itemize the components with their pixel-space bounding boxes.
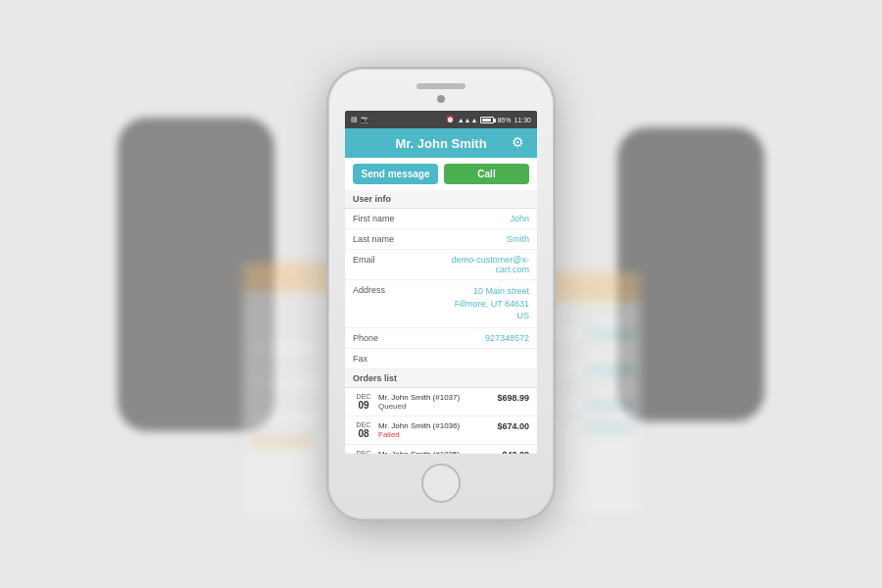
order-status: Failed [378, 430, 493, 439]
email-value: demo-customer@x-cart.com [421, 255, 529, 274]
lastname-value: Smith [507, 234, 529, 244]
order-info: Mr. John Smith (#1037) Queued [378, 393, 493, 411]
email-row: Email demo-customer@x-cart.com [345, 250, 537, 280]
wifi-icon: ▲▲▲ [458, 117, 478, 123]
fax-label: Fax [353, 354, 407, 364]
home-button[interactable] [421, 464, 461, 503]
order-month: DEC [357, 421, 371, 428]
order-item[interactable]: DEC 09 Mr. John Smith (#1037) Queued $69… [345, 388, 537, 416]
order-date: DEC 09 [353, 393, 374, 411]
time-display: 11:30 [514, 117, 531, 123]
order-month: DEC [357, 393, 371, 400]
status-bar-right: ⏰ ▲▲▲ 86% 11:30 [446, 116, 531, 123]
firstname-label: First name [353, 214, 407, 223]
alarm-icon: ⏰ [446, 116, 455, 123]
order-day: 08 [358, 428, 368, 439]
notification-icon: 📷 [361, 116, 369, 123]
order-info: Mr. John Smith (#1036) Failed [378, 421, 493, 439]
address-row: Address 10 Main streetFillmore, UT 84631… [345, 280, 537, 328]
phone-camera [437, 95, 445, 103]
order-info: Mr. John Smith (#1035) Processed [378, 450, 498, 454]
battery-percent: 86% [497, 117, 511, 123]
order-item[interactable]: DEC 08 Mr. John Smith (#1036) Failed $67… [345, 416, 537, 445]
phone-row: Phone 927348572 [345, 328, 537, 349]
order-day: 09 [358, 400, 368, 411]
settings-button[interactable]: ⚙ [512, 134, 529, 152]
orders-container: DEC 09 Mr. John Smith (#1037) Queued $69… [345, 388, 537, 454]
phone-speaker [416, 83, 466, 89]
status-bar-left: ▤ 📷 [351, 116, 369, 123]
orders-list-section-header: Orders list [345, 369, 537, 388]
user-info-section-header: User info [345, 190, 537, 209]
order-title: Mr. John Smith (#1036) [378, 421, 493, 430]
content-area[interactable]: User info First name John Last name Smit… [345, 190, 537, 454]
order-item[interactable]: DEC 08 Mr. John Smith (#1035) Processed … [345, 445, 537, 454]
order-date: DEC 08 [353, 450, 374, 454]
phone-label: Phone [353, 333, 407, 343]
lastname-label: Last name [353, 234, 407, 244]
address-value: 10 Main streetFillmore, UT 84631US [455, 285, 529, 322]
action-buttons-container: Send message Call [345, 158, 537, 190]
call-button[interactable]: Call [444, 164, 529, 184]
phone-device: ▤ 📷 ⏰ ▲▲▲ 86% 11:30 Mr. John Smith ⚙ Sen… [328, 69, 554, 519]
phone-value: 927348572 [485, 333, 529, 343]
phone-screen: ▤ 📷 ⏰ ▲▲▲ 86% 11:30 Mr. John Smith ⚙ Sen… [345, 111, 537, 454]
order-title: Mr. John Smith (#1035) [378, 450, 498, 454]
email-label: Email [353, 255, 407, 265]
contact-header: Mr. John Smith ⚙ [345, 128, 537, 158]
status-bar: ▤ 📷 ⏰ ▲▲▲ 86% 11:30 [345, 111, 537, 128]
bg-phone-left [118, 118, 274, 431]
battery-indicator [480, 116, 494, 123]
bg-phone-right [617, 127, 764, 421]
order-month: DEC [357, 450, 371, 454]
order-amount: $42.99 [502, 450, 529, 454]
send-message-button[interactable]: Send message [353, 164, 438, 184]
order-amount: $674.00 [497, 421, 529, 431]
order-amount: $698.99 [497, 393, 529, 403]
firstname-value: John [510, 214, 529, 223]
order-date: DEC 08 [353, 421, 374, 439]
order-status: Queued [378, 402, 493, 411]
fax-row: Fax [345, 349, 537, 369]
contact-name: Mr. John Smith [370, 136, 512, 151]
firstname-row: First name John [345, 209, 537, 229]
order-title: Mr. John Smith (#1037) [378, 393, 493, 402]
sim-icon: ▤ [351, 116, 358, 123]
address-label: Address [353, 285, 407, 295]
lastname-row: Last name Smith [345, 229, 537, 250]
